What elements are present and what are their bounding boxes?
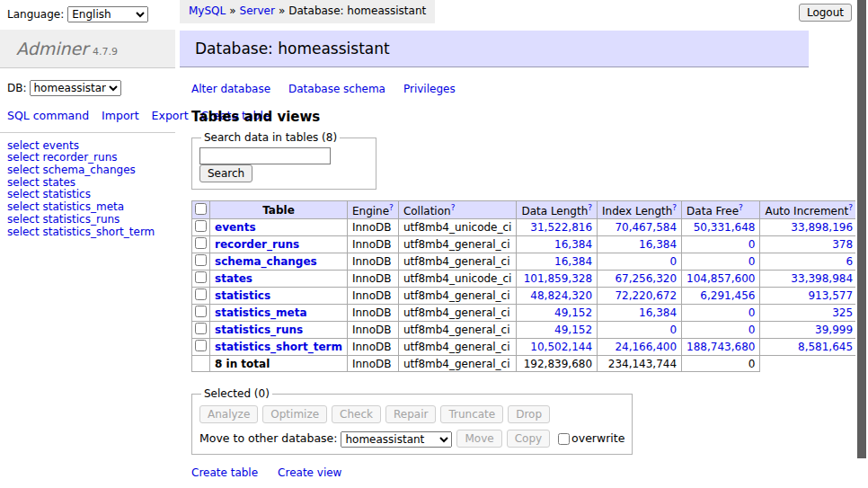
search-button[interactable]: Search [199, 164, 252, 182]
sidebar-table-link[interactable]: select statistics_short_term [7, 226, 155, 238]
index-length-cell-link[interactable]: 16,384 [639, 306, 677, 319]
auto-increment-cell-link[interactable]: 33,398,984 [791, 272, 853, 285]
row-checkbox[interactable] [195, 288, 207, 300]
help-link[interactable]: ? [451, 203, 456, 212]
breadcrumb-link[interactable]: Server [240, 4, 275, 17]
bulk-action-button[interactable]: Drop [508, 405, 550, 423]
auto-increment-cell: 6 [760, 253, 858, 271]
row-checkbox[interactable] [195, 340, 207, 351]
sidebar-table-link[interactable]: select schema_changes [7, 164, 136, 176]
data-free-cell-link[interactable]: 0 [748, 324, 756, 336]
data-free-cell-link[interactable]: 0 [748, 306, 756, 319]
footer-data-length-cell: 192,839,680 [517, 356, 598, 372]
sidebar-table-link[interactable]: select states [7, 176, 75, 189]
logout-button[interactable]: Logout [799, 4, 852, 22]
breadcrumb-link[interactable]: MySQL [189, 4, 226, 17]
auto-increment-cell-link[interactable]: 325 [832, 306, 853, 319]
row-checkbox-cell [192, 219, 210, 236]
scrollbar-thumb[interactable] [857, 0, 866, 458]
table-name-link[interactable]: recorder_runs [215, 238, 299, 251]
create-view-link[interactable]: Create view [278, 466, 341, 479]
table-name-link[interactable]: statistics_meta [215, 306, 307, 319]
data-length-cell-link[interactable]: 49,152 [554, 324, 592, 336]
db-action-link[interactable]: Privileges [403, 83, 456, 95]
data-free-cell-link[interactable]: 188,743,680 [686, 341, 755, 353]
index-length-cell-link[interactable]: 70,467,584 [615, 221, 677, 234]
bulk-action-button[interactable]: Truncate [440, 405, 503, 423]
search-input[interactable] [199, 147, 331, 164]
move-db-select[interactable]: homeassistant [341, 431, 452, 448]
table-name-link[interactable]: statistics_short_term [215, 341, 342, 353]
data-free-cell-link[interactable]: 0 [748, 255, 756, 268]
table-name-link[interactable]: states [215, 272, 252, 285]
data-length-cell-link[interactable]: 101,859,328 [524, 272, 592, 285]
breadcrumb-separator: » [279, 4, 285, 17]
table-name-link[interactable]: statistics_runs [215, 324, 303, 336]
row-checkbox[interactable] [195, 306, 207, 317]
overwrite-checkbox[interactable] [558, 433, 570, 445]
help-link[interactable]: ? [389, 203, 394, 212]
scrollbar[interactable] [855, 0, 868, 488]
footer-filler-cell [760, 356, 868, 372]
index-length-cell-link[interactable]: 0 [669, 324, 677, 336]
sidebar-table-link-row: select statistics_short_term [7, 226, 168, 238]
data-length-cell-link[interactable]: 16,384 [554, 255, 592, 268]
data-length-cell-link[interactable]: 48,824,320 [530, 289, 592, 302]
data-free-cell-link[interactable]: 0 [748, 238, 756, 251]
row-checkbox[interactable] [195, 220, 207, 232]
index-length-cell-link[interactable]: 24,166,400 [615, 341, 677, 353]
auto-increment-cell-link[interactable]: 6 [846, 255, 853, 268]
collation-cell: utf8mb4_general_ci [398, 253, 517, 271]
sidebar-table-link[interactable]: select events [7, 139, 79, 152]
index-length-cell-link[interactable]: 72,220,672 [615, 289, 677, 302]
bulk-action-button[interactable]: Analyze [199, 405, 258, 423]
language-select[interactable]: English [67, 6, 148, 22]
help-link[interactable]: ? [739, 203, 743, 212]
table-name-link[interactable]: statistics [215, 289, 270, 302]
data-length-cell-link[interactable]: 10,502,144 [530, 341, 592, 353]
bulk-action-button[interactable]: Repair [385, 405, 436, 423]
data-free-cell-link[interactable]: 104,857,600 [686, 272, 755, 285]
sidebar-table-link[interactable]: select statistics_meta [7, 200, 124, 213]
help-link[interactable]: ? [672, 203, 677, 212]
data-length-cell-link[interactable]: 31,522,816 [530, 221, 592, 234]
sidebar-action-link[interactable]: Import [102, 109, 139, 122]
sidebar-action-link[interactable]: SQL command [7, 109, 89, 122]
create-table-link[interactable]: Create table [191, 466, 258, 479]
data-free-cell-link[interactable]: 50,331,648 [694, 221, 756, 234]
index-length-cell-link[interactable]: 67,256,320 [615, 272, 677, 285]
auto-increment-cell-link[interactable]: 33,898,196 [791, 221, 853, 234]
bulk-action-button[interactable]: Optimize [262, 405, 327, 423]
index-length-cell-link[interactable]: 16,384 [639, 238, 677, 251]
table-name-link[interactable]: schema_changes [215, 255, 317, 268]
db-action-link[interactable]: Alter database [191, 83, 270, 95]
column-label: Engine [352, 205, 389, 217]
auto-increment-cell-link[interactable]: 913,577 [808, 289, 853, 302]
bulk-action-button[interactable]: Check [332, 405, 381, 423]
row-checkbox[interactable] [195, 237, 207, 249]
help-link[interactable]: ? [588, 203, 592, 212]
sidebar-table-link[interactable]: select recorder_runs [7, 151, 118, 164]
sidebar-table-link[interactable]: select statistics [7, 188, 91, 200]
auto-increment-cell: 378 [760, 236, 858, 253]
index-length-cell-link[interactable]: 0 [669, 255, 677, 268]
row-checkbox[interactable] [195, 271, 207, 283]
auto-increment-cell-link[interactable]: 8,581,645 [798, 341, 853, 353]
collation-cell: utf8mb4_general_ci [398, 339, 517, 356]
data-length-cell-link[interactable]: 49,152 [554, 306, 592, 319]
row-checkbox[interactable] [195, 254, 207, 266]
data-length-cell-link[interactable]: 16,384 [554, 238, 592, 251]
table-name-link[interactable]: events [215, 221, 256, 234]
auto-increment-cell-link[interactable]: 378 [832, 238, 853, 251]
auto-increment-cell-link[interactable]: 39,999 [815, 324, 853, 336]
sidebar-table-link[interactable]: select statistics_runs [7, 213, 120, 226]
move-button[interactable]: Move [456, 430, 501, 448]
copy-button[interactable]: Copy [507, 430, 550, 448]
db-select[interactable]: homeassistant [30, 80, 121, 96]
data-free-cell-link[interactable]: 6,291,456 [700, 289, 755, 302]
db-action-link[interactable]: Database schema [288, 83, 385, 95]
row-checkbox[interactable] [195, 323, 207, 334]
help-link[interactable]: ? [848, 203, 853, 212]
index-length-cell: 16,384 [598, 236, 682, 253]
select-all-checkbox[interactable] [195, 203, 207, 215]
